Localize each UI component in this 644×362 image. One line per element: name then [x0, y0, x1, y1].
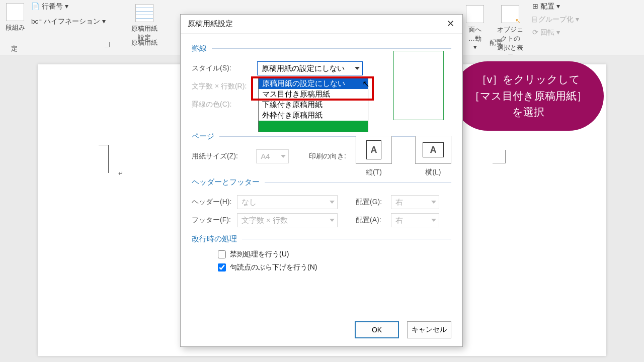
columns-icon	[6, 3, 24, 21]
section-line-break: 改行時の処理	[192, 234, 451, 244]
cancel-button[interactable]: キャンセル	[407, 321, 451, 338]
paragraph-mark-icon: ↵	[118, 170, 123, 177]
header-value: なし	[242, 198, 257, 207]
align-label: 配置	[540, 3, 554, 10]
genkou-settings-dialog: 原稿用紙設定 ✕ 罫線 スタイル(S): 原稿用紙の設定にしない 文字数 × 行…	[180, 14, 463, 347]
ribbon-group-pagesetup-extra: 📄 行番号 ▾ bc⁻ ハイフネーション ▾	[31, 0, 112, 49]
text-cursor	[116, 145, 126, 160]
papersize-value: A4	[261, 152, 270, 160]
kinsoku-label: 禁則処理を行う(U)	[230, 250, 289, 259]
header-align-label: 配置(G):	[356, 198, 391, 207]
arrange-group-label: 配置	[463, 38, 529, 47]
chevron-down-icon	[327, 214, 337, 227]
header-combobox: なし	[237, 195, 338, 209]
footer-label: フッター(F):	[192, 216, 237, 225]
chevron-down-icon	[327, 196, 337, 209]
chevron-down-icon[interactable]	[352, 62, 362, 75]
style-option-color-row[interactable]	[259, 121, 368, 132]
manuscript-group-label: 原稿用紙	[117, 38, 172, 47]
manuscript-label-1: 原稿用紙	[131, 24, 157, 33]
ribbon-group-columns: 段組み	[0, 0, 30, 50]
dialog-launcher-icon[interactable]	[105, 42, 110, 47]
manuscript-grid-icon	[135, 4, 153, 22]
instruction-callout: ［v］をクリックして ［マス目付き原稿用紙］ を選択	[453, 61, 604, 131]
style-value: 原稿用紙の設定にしない	[262, 64, 345, 73]
kinsoku-check-input[interactable]	[218, 250, 226, 258]
columns-button[interactable]: 段組み	[3, 0, 28, 32]
papersize-combobox: A4	[256, 149, 289, 163]
section-header-footer: ヘッダーとフッター	[192, 177, 451, 187]
group-label: グループ化	[538, 16, 574, 23]
callout-line2: ［マス目付き原稿用紙］	[469, 90, 587, 102]
rotate-button[interactable]: ⟳ 回転 ▾	[532, 26, 598, 39]
hyphenation-button[interactable]: bc⁻ ハイフネーション ▾	[31, 14, 112, 29]
rotate-label: 回転	[540, 29, 554, 36]
line-numbers-label: 行番号	[42, 3, 63, 10]
hanging-punct-label: 句読点のぶら下げを行う(N)	[230, 263, 317, 272]
hyphenation-label: ハイフネーション	[44, 18, 100, 25]
orientation-portrait-label: 縦(T)	[356, 168, 392, 177]
hanging-punct-check-input[interactable]	[218, 263, 226, 272]
send-backward-button[interactable]: 面へ …動 ▾	[463, 2, 487, 61]
align-button[interactable]: ⊞ 配置 ▾	[532, 0, 598, 13]
style-label: スタイル(S):	[192, 64, 257, 73]
dialog-title: 原稿用紙設定	[181, 15, 462, 34]
dialog-close-button[interactable]: ✕	[438, 15, 462, 34]
callout-line1: ［v］をクリックして	[476, 73, 581, 85]
style-option-underline[interactable]: 下線付き原稿用紙	[259, 100, 368, 110]
orientation-landscape-option[interactable]: A 横(L)	[415, 136, 451, 177]
papersize-label: 用紙サイズ(Z):	[192, 152, 256, 161]
columns-label: 段組み	[6, 23, 25, 32]
header-align-value: 右	[395, 198, 403, 207]
orientation-portrait-option[interactable]: A 縦(T)	[356, 136, 392, 177]
footer-combobox: 文字数 × 行数	[237, 213, 338, 227]
line-numbers-button[interactable]: 📄 行番号 ▾	[31, 0, 112, 14]
style-dropdown-list[interactable]: 原稿用紙の設定にしない マス目付き原稿用紙 下線付き原稿用紙 外枠付き原稿用紙	[258, 78, 368, 132]
style-option-grid[interactable]: マス目付き原稿用紙	[259, 89, 368, 100]
ribbon-group-arrange-right: ⊞ 配置 ▾ ⌸ グループ化 ▾ ⟳ 回転 ▾	[532, 0, 598, 50]
group-button[interactable]: ⌸ グループ化 ▾	[532, 13, 598, 26]
ok-button[interactable]: OK	[355, 321, 399, 338]
manuscript-settings-button[interactable]: 原稿用紙 設定	[128, 1, 160, 42]
ribbon-group-manuscript: 原稿用紙 設定 原稿用紙	[117, 0, 172, 50]
chars-rows-label: 文字数 × 行数(R):	[192, 82, 257, 91]
ribbon-group-arrange-left: 面へ …動 ▾ ↖ オブジェクトの 選択と表示 配置	[463, 0, 529, 50]
send-backward-l1: 面へ	[466, 25, 484, 34]
selection-pane-icon: ↖	[501, 5, 519, 23]
style-option-frame[interactable]: 外枠付き原稿用紙	[259, 110, 368, 121]
callout-line3: を選択	[512, 106, 544, 118]
send-backward-icon	[466, 5, 484, 23]
line-color-label: 罫線の色(C):	[192, 100, 257, 109]
kinsoku-checkbox[interactable]: 禁則処理を行う(U)	[218, 250, 451, 259]
header-label: ヘッダー(H):	[192, 198, 237, 207]
style-preview	[393, 51, 444, 120]
orientation-landscape-label: 横(L)	[415, 168, 451, 177]
footer-align-value: 右	[395, 216, 403, 225]
style-combobox[interactable]: 原稿用紙の設定にしない	[257, 61, 363, 75]
header-align-combobox: 右	[391, 195, 439, 209]
footer-align-combobox: 右	[391, 213, 439, 227]
chevron-down-icon	[278, 150, 288, 163]
hanging-punct-checkbox[interactable]: 句読点のぶら下げを行う(N)	[218, 263, 451, 272]
selection-pane-button[interactable]: ↖ オブジェクトの 選択と表示	[491, 2, 529, 61]
orientation-label: 印刷の向き:	[309, 152, 352, 161]
ribbon-leftover-tab-label: 定	[0, 44, 28, 53]
chevron-down-icon	[429, 214, 439, 227]
style-option-none[interactable]: 原稿用紙の設定にしない	[259, 78, 368, 89]
footer-value: 文字数 × 行数	[242, 216, 288, 225]
footer-align-label: 配置(A):	[356, 216, 391, 225]
crop-mark-icon	[493, 150, 506, 163]
chevron-down-icon	[429, 196, 439, 209]
mouse-cursor-icon: ↖	[362, 78, 370, 89]
